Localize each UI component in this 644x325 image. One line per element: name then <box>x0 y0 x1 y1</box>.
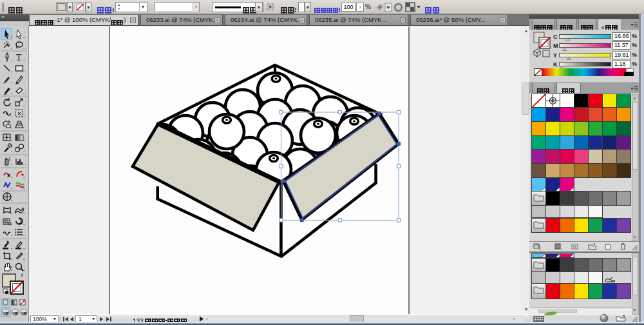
svg-text:T: T <box>16 53 22 63</box>
